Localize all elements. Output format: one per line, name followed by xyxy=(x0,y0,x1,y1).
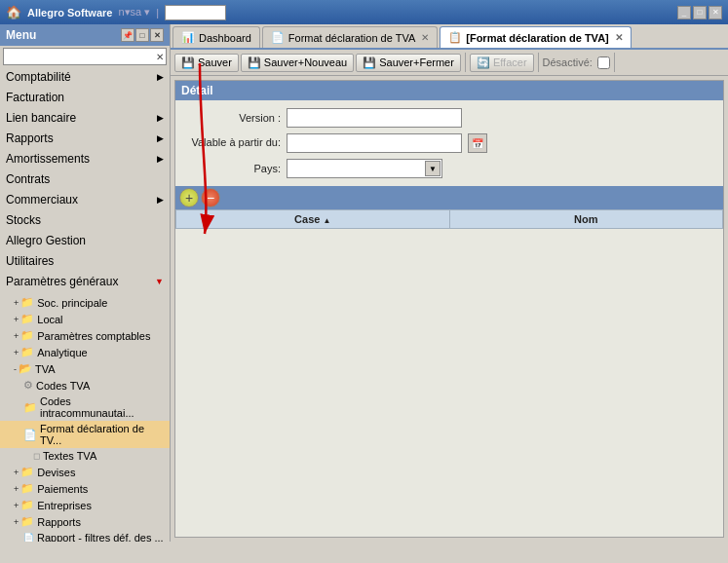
add-row-button[interactable]: + xyxy=(179,188,199,207)
sidebar-item-parametres-generaux[interactable]: Paramètres généraux ▼ xyxy=(0,272,170,292)
tree-item-local[interactable]: + 📁 Local xyxy=(0,311,170,327)
tree-label: Entreprises xyxy=(37,500,92,511)
sidebar-item-label: Utilitaires xyxy=(6,254,54,268)
tree-label: Rapport - filtres déf. des ... xyxy=(37,532,164,542)
folder-icon: 📁 xyxy=(20,515,34,528)
folder-icon: 📁 xyxy=(20,296,34,309)
sidebar-item-commerciaux[interactable]: Commerciaux ▶ xyxy=(0,190,170,210)
sidebar-arrow-icon: ▶ xyxy=(157,72,164,82)
expand-icon: + xyxy=(14,315,19,324)
gear-icon: ⚙ xyxy=(23,379,33,392)
sidebar-item-label: Paramètres généraux xyxy=(6,275,118,288)
save-button[interactable]: 💾 Sauver xyxy=(174,54,239,72)
doc-icon: 📄 xyxy=(23,429,37,441)
tree-item-codes-tva[interactable]: ⚙ Codes TVA xyxy=(0,377,170,394)
version-label: Version : xyxy=(183,112,281,124)
grid-header-row: Case Nom xyxy=(176,210,723,229)
minimize-button[interactable]: _ xyxy=(677,6,691,19)
tab-format-declaration-new[interactable]: 📋 [Format déclaration de TVA] ✕ xyxy=(440,26,631,48)
pays-select[interactable] xyxy=(287,159,442,178)
sidebar-item-label: Amortissements xyxy=(6,152,90,166)
save-close-button[interactable]: 💾 Sauver+Fermer xyxy=(356,54,461,72)
maximize-button[interactable]: □ xyxy=(693,6,707,19)
tree-item-tva[interactable]: - 📂 TVA xyxy=(0,360,170,377)
app-icon: 🏠 xyxy=(6,5,21,19)
tree-item-paiements[interactable]: + 📁 Paiements xyxy=(0,480,170,497)
sidebar-search-clear[interactable]: ✕ xyxy=(156,52,164,62)
toolbar-separator xyxy=(465,53,466,72)
sidebar-arrow-icon: ▶ xyxy=(157,133,164,143)
sidebar-item-utilitaires[interactable]: Utilitaires xyxy=(0,251,170,272)
version-input[interactable] xyxy=(287,108,462,128)
tree-item-entreprises[interactable]: + 📁 Entreprises xyxy=(0,497,170,513)
folder-icon: 📁 xyxy=(20,329,34,342)
tree-item-analytique[interactable]: + 📁 Analytique xyxy=(0,344,170,360)
tree-item-rapport-filtres[interactable]: 📄 Rapport - filtres déf. des ... xyxy=(0,530,170,542)
folder-icon: 📁 xyxy=(20,499,34,511)
sidebar-close-button[interactable]: ✕ xyxy=(150,28,164,42)
sidebar-item-label: Stocks xyxy=(6,213,41,227)
year-selector[interactable]: 2015-2016 xyxy=(165,5,226,20)
disabled-checkbox[interactable] xyxy=(597,56,610,69)
detail-body: Version : Valable à partir du: 📅 Pays: xyxy=(175,100,723,186)
tree-item-devises[interactable]: + 📁 Devises xyxy=(0,464,170,480)
tab-dashboard-label: Dashboard xyxy=(199,32,251,44)
column-case[interactable]: Case xyxy=(176,210,450,229)
remove-row-button[interactable]: − xyxy=(201,188,220,207)
folder-icon: 📁 xyxy=(23,401,37,414)
sidebar-item-stocks[interactable]: Stocks xyxy=(0,210,170,231)
sidebar-item-amortissements[interactable]: Amortissements ▶ xyxy=(0,149,170,169)
tree-label: Format déclaration de TV... xyxy=(40,423,164,446)
sidebar-item-allegro-gestion[interactable]: Allegro Gestion xyxy=(0,231,170,251)
folder-icon: 📁 xyxy=(20,466,34,478)
pays-label: Pays: xyxy=(183,163,281,174)
tree-label: Textes TVA xyxy=(43,450,96,462)
sidebar-float-button[interactable]: □ xyxy=(135,28,149,42)
date-input[interactable] xyxy=(287,133,462,153)
detail-header: Détail xyxy=(175,81,723,100)
title-separator: n▾sa ▾ xyxy=(118,6,150,19)
disabled-label: Désactivé: xyxy=(543,56,593,68)
folder-open-icon: 📂 xyxy=(19,362,32,375)
tree-item-textes-tva[interactable]: ◻ Textes TVA xyxy=(0,448,170,464)
tree-label: Devises xyxy=(37,467,75,478)
tree-item-codes-intracom[interactable]: 📁 Codes intracommunautai... xyxy=(0,394,170,421)
app-name: Allegro Software xyxy=(27,7,112,19)
tree-item-params-comptables[interactable]: + 📁 Paramètres comptables xyxy=(0,327,170,344)
column-nom[interactable]: Nom xyxy=(449,210,723,229)
tab-dashboard[interactable]: 📊 Dashboard xyxy=(172,26,260,48)
tree-item-format-declaration[interactable]: 📄 Format déclaration de TV... xyxy=(0,421,170,448)
tree-item-soc-principale[interactable]: + 📁 Soc. principale xyxy=(0,294,170,311)
effacer-button[interactable]: 🔄 Effacer xyxy=(470,54,534,72)
date-picker-button[interactable]: 📅 xyxy=(468,133,487,153)
sidebar-item-comptabilite[interactable]: Comptabilité ▶ xyxy=(0,67,170,88)
sidebar-item-rapports[interactable]: Rapports ▶ xyxy=(0,129,170,149)
sidebar-item-contrats[interactable]: Contrats xyxy=(0,169,170,190)
sidebar-item-label: Comptabilité xyxy=(6,70,71,84)
sidebar-item-label: Facturation xyxy=(6,91,64,104)
sidebar-collapse-icon: ▼ xyxy=(155,277,164,286)
toolbar: 💾 Sauver 💾 Sauver+Nouveau 💾 Sauver+Ferme… xyxy=(171,50,728,76)
save-new-label: Sauver+Nouveau xyxy=(264,56,347,68)
data-grid: Case Nom xyxy=(175,209,723,537)
sidebar-item-label: Lien bancaire xyxy=(6,111,76,125)
expand-icon: + xyxy=(14,331,19,341)
tab-format-close[interactable]: ✕ xyxy=(421,32,429,43)
sidebar-item-facturation[interactable]: Facturation xyxy=(0,88,170,108)
tab-dashboard-icon: 📊 xyxy=(181,31,195,44)
detail-title: Détail xyxy=(181,84,213,97)
tree-item-rapports-tree[interactable]: + 📁 Rapports xyxy=(0,513,170,530)
sidebar-search-input[interactable] xyxy=(3,48,167,65)
expand-icon: + xyxy=(14,484,19,494)
version-row: Version : xyxy=(183,108,715,128)
sidebar-item-lien-bancaire[interactable]: Lien bancaire ▶ xyxy=(0,108,170,129)
tab-format-declaration[interactable]: 📄 Format déclaration de TVA ✕ xyxy=(262,26,438,48)
sidebar-pin-button[interactable]: 📌 xyxy=(121,28,134,42)
tab-new-close[interactable]: ✕ xyxy=(615,32,623,43)
save-new-button[interactable]: 💾 Sauver+Nouveau xyxy=(241,54,354,72)
sidebar-item-label: Rapports xyxy=(6,131,54,145)
tree-label: Rapports xyxy=(37,516,81,528)
tree-label: Soc. principale xyxy=(37,297,107,309)
sidebar-item-label: Allegro Gestion xyxy=(6,234,86,247)
close-button[interactable]: ✕ xyxy=(709,6,722,19)
